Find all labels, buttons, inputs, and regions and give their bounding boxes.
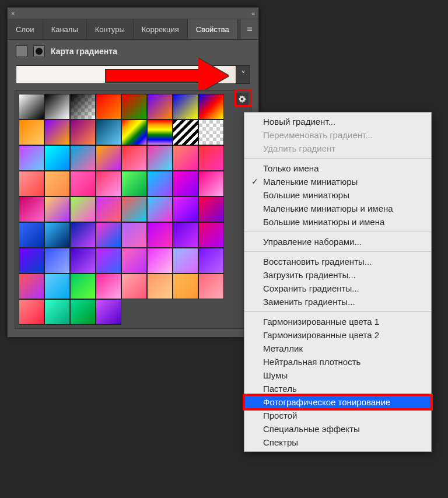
gradient-swatch[interactable]: [173, 248, 198, 273]
gradient-swatch[interactable]: [44, 145, 70, 171]
menu-item[interactable]: Восстановить градиенты...: [244, 255, 431, 268]
gradient-swatch[interactable]: [44, 222, 70, 248]
gradient-swatch[interactable]: [70, 120, 96, 145]
gradient-swatch[interactable]: [70, 145, 96, 171]
gradient-swatch[interactable]: [173, 171, 198, 197]
menu-item[interactable]: Загрузить градиенты...: [244, 268, 431, 282]
gradient-swatch[interactable]: [198, 222, 224, 248]
gradient-swatch[interactable]: [173, 273, 198, 299]
gradient-swatch[interactable]: [147, 94, 173, 120]
gradient-swatch[interactable]: [96, 145, 121, 171]
gradient-swatch[interactable]: [44, 197, 70, 222]
gradient-swatch[interactable]: [44, 120, 70, 145]
gradient-swatch[interactable]: [96, 248, 121, 273]
menu-item[interactable]: Маленькие миниатюры и имена: [244, 202, 431, 215]
menu-item[interactable]: Специальные эффекты: [244, 422, 431, 436]
gradient-swatch[interactable]: [96, 120, 121, 145]
gradient-preview[interactable]: [16, 65, 236, 84]
gradient-swatch[interactable]: [19, 197, 44, 222]
gradient-swatch[interactable]: [198, 120, 224, 145]
gradient-swatch[interactable]: [121, 94, 147, 120]
gradient-swatch[interactable]: [19, 273, 44, 299]
gradient-swatch[interactable]: [147, 273, 173, 299]
gradient-swatch[interactable]: [44, 248, 70, 273]
gradient-swatch[interactable]: [198, 273, 224, 299]
collapse-icon[interactable]: «: [251, 10, 255, 17]
tab-layers[interactable]: Слои: [8, 19, 43, 39]
tab-paths[interactable]: Контуры: [87, 19, 134, 39]
gradient-swatch[interactable]: [121, 248, 147, 273]
tab-adjustments[interactable]: Коррекция: [134, 19, 188, 39]
gradient-swatch[interactable]: [19, 94, 44, 120]
menu-item[interactable]: Фотографическое тонирование: [244, 395, 431, 409]
gradient-swatch[interactable]: [96, 273, 121, 299]
gradient-swatch[interactable]: [121, 171, 147, 197]
menu-item[interactable]: Простой: [244, 409, 431, 422]
gradient-swatch[interactable]: [147, 171, 173, 197]
gradient-swatch[interactable]: [198, 171, 224, 197]
gradient-swatch[interactable]: [121, 145, 147, 171]
gradient-swatch[interactable]: [198, 94, 224, 120]
gradient-swatch[interactable]: [198, 197, 224, 222]
gradient-swatch[interactable]: [173, 145, 198, 171]
gradient-dropdown-button[interactable]: ˅: [236, 65, 250, 84]
gradient-swatch[interactable]: [121, 273, 147, 299]
gradient-swatch[interactable]: [70, 197, 96, 222]
gradient-swatch[interactable]: [147, 222, 173, 248]
menu-item[interactable]: Шумы: [244, 369, 431, 382]
gradient-swatch[interactable]: [173, 197, 198, 222]
gradient-swatch[interactable]: [147, 248, 173, 273]
gradient-swatch[interactable]: [173, 120, 198, 145]
menu-item[interactable]: Заменить градиенты...: [244, 295, 431, 308]
menu-item[interactable]: Большие миниатюры и имена: [244, 215, 431, 229]
menu-item[interactable]: Сохранить градиенты...: [244, 282, 431, 295]
gradient-swatch[interactable]: [198, 145, 224, 171]
gradient-swatch[interactable]: [121, 120, 147, 145]
menu-item[interactable]: Пастель: [244, 382, 431, 395]
gradient-swatch[interactable]: [147, 120, 173, 145]
menu-item[interactable]: Нейтральная плотность: [244, 355, 431, 369]
gradient-swatch[interactable]: [19, 171, 44, 197]
gradient-swatch[interactable]: [121, 222, 147, 248]
tab-properties[interactable]: Свойства: [188, 19, 238, 39]
close-icon[interactable]: ×: [11, 10, 15, 17]
gradient-swatch[interactable]: [198, 248, 224, 273]
menu-item[interactable]: Спектры: [244, 436, 431, 449]
gradient-swatch[interactable]: [19, 120, 44, 145]
tab-channels[interactable]: Каналы: [43, 19, 87, 39]
menu-item[interactable]: Металлик: [244, 342, 431, 355]
menu-item[interactable]: Гармонизированные цвета 1: [244, 315, 431, 328]
menu-item[interactable]: Большие миниатюры: [244, 188, 431, 202]
gradient-swatch[interactable]: [19, 299, 44, 325]
gradient-swatch[interactable]: [173, 94, 198, 120]
gradient-swatch[interactable]: [70, 273, 96, 299]
gradient-swatch[interactable]: [70, 94, 96, 120]
gradient-swatch[interactable]: [96, 222, 121, 248]
gradient-swatch[interactable]: [19, 248, 44, 273]
gradient-swatch[interactable]: [147, 197, 173, 222]
gradient-swatch[interactable]: [121, 197, 147, 222]
gradient-swatch[interactable]: [44, 273, 70, 299]
gradient-swatch[interactable]: [44, 299, 70, 325]
menu-item[interactable]: Только имена: [244, 162, 431, 175]
gradient-swatch[interactable]: [70, 299, 96, 325]
gradient-swatch[interactable]: [19, 145, 44, 171]
menu-item[interactable]: Маленькие миниатюры: [244, 175, 431, 188]
gradient-swatch[interactable]: [96, 171, 121, 197]
gradient-swatch[interactable]: [173, 222, 198, 248]
gradient-swatch[interactable]: [70, 222, 96, 248]
gradient-swatch[interactable]: [96, 299, 121, 325]
gradient-swatch[interactable]: [96, 197, 121, 222]
gradient-swatch[interactable]: [96, 94, 121, 120]
gradient-swatch[interactable]: [70, 248, 96, 273]
gear-icon[interactable]: [236, 93, 249, 106]
menu-item[interactable]: Новый градиент...: [244, 115, 431, 128]
gradient-swatch[interactable]: [44, 171, 70, 197]
panel-menu-icon[interactable]: ≡: [241, 19, 258, 39]
menu-item[interactable]: Гармонизированные цвета 2: [244, 328, 431, 342]
gradient-swatch[interactable]: [44, 94, 70, 120]
gradient-swatch[interactable]: [147, 145, 173, 171]
gradient-swatch[interactable]: [70, 171, 96, 197]
menu-item[interactable]: Управление наборами...: [244, 235, 431, 248]
gradient-swatch[interactable]: [19, 222, 44, 248]
